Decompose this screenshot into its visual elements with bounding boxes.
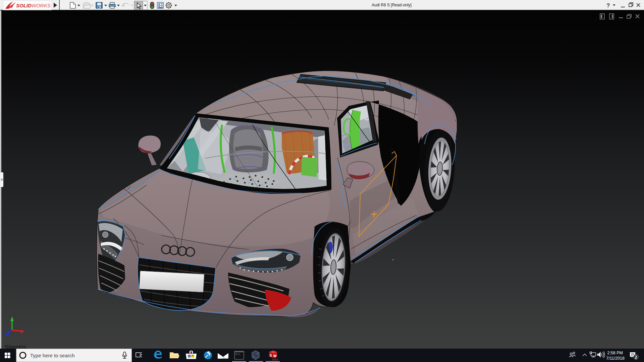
svg-text:2:58 PM: 2:58 PM bbox=[607, 351, 623, 355]
svg-text:2017: 2017 bbox=[272, 358, 278, 361]
svg-text:*Dimetric: *Dimetric bbox=[4, 344, 26, 349]
svg-text:2: 2 bbox=[635, 355, 637, 360]
svg-text:SOLID: SOLID bbox=[16, 3, 32, 8]
svg-text:WORKS: WORKS bbox=[32, 3, 51, 8]
svg-text:Type here to search: Type here to search bbox=[30, 353, 75, 358]
svg-text:S: S bbox=[270, 354, 272, 357]
svg-text:?: ? bbox=[606, 2, 610, 9]
svg-text:7/11/2018: 7/11/2018 bbox=[606, 356, 625, 361]
svg-text:W: W bbox=[273, 354, 277, 358]
svg-text:C:\_: C:\_ bbox=[235, 353, 241, 356]
